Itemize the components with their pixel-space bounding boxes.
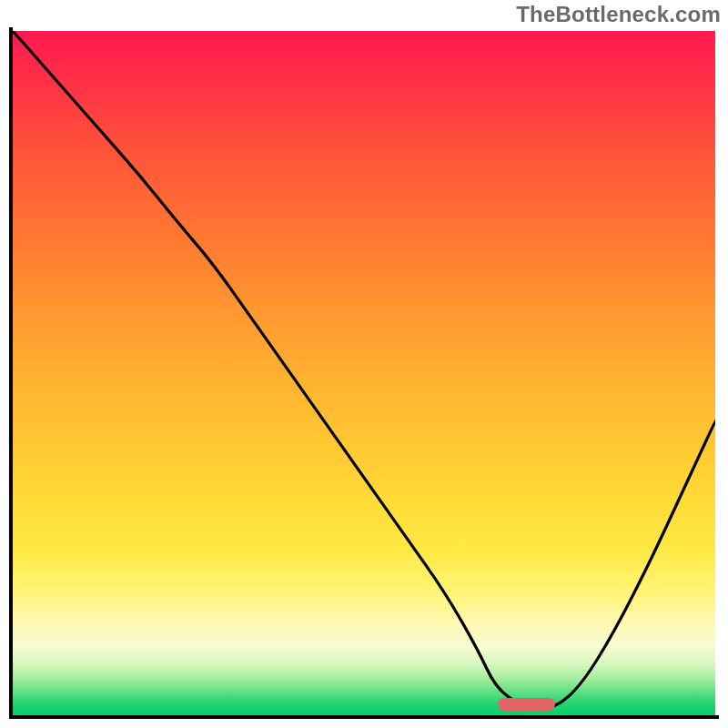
watermark-label: TheBottleneck.com (516, 2, 721, 27)
y-axis-line (9, 27, 13, 719)
bottleneck-curve (13, 31, 715, 715)
optimal-range-marker (498, 698, 555, 711)
chart-canvas: TheBottleneck.com (0, 0, 728, 728)
x-axis-line (9, 715, 719, 719)
